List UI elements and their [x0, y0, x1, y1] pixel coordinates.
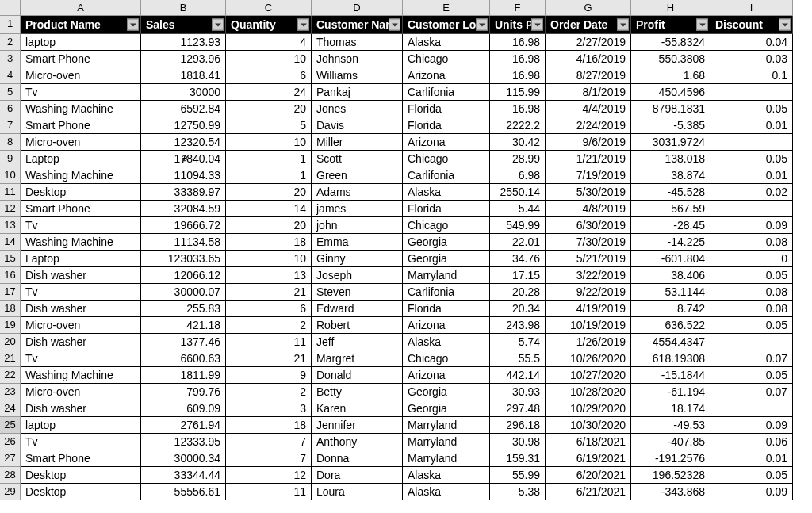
- cell-E17[interactable]: Carlifonia: [403, 284, 490, 301]
- cell-A19[interactable]: Micro-oven: [21, 317, 141, 334]
- cell-H11[interactable]: -45.528: [631, 184, 710, 201]
- cell-D11[interactable]: Adams: [312, 184, 403, 201]
- cell-D27[interactable]: Donna: [312, 450, 403, 467]
- cell-G25[interactable]: 10/30/2020: [546, 417, 631, 434]
- cell-A16[interactable]: Dish washer: [21, 267, 141, 284]
- row-head-23[interactable]: 23: [0, 384, 21, 400]
- cell-H24[interactable]: 18.174: [631, 400, 710, 417]
- col-head-C[interactable]: C: [226, 0, 312, 16]
- header-D[interactable]: Customer Nan: [312, 16, 403, 34]
- cell-C13[interactable]: 20: [226, 217, 312, 234]
- cell-D28[interactable]: Dora: [312, 467, 403, 484]
- cell-E8[interactable]: Arizona: [403, 134, 490, 151]
- filter-dropdown-icon[interactable]: [531, 19, 543, 31]
- cell-B3[interactable]: 1293.96: [141, 51, 226, 67]
- cell-F12[interactable]: 5.44: [490, 201, 546, 217]
- cell-G16[interactable]: 3/22/2019: [546, 267, 631, 284]
- cell-H15[interactable]: -601.804: [631, 251, 710, 267]
- cell-G14[interactable]: 7/30/2019: [546, 234, 631, 251]
- cell-H6[interactable]: 8798.1831: [631, 101, 710, 117]
- cell-F25[interactable]: 296.18: [490, 417, 546, 434]
- cell-E12[interactable]: Florida: [403, 201, 490, 217]
- cell-H28[interactable]: 196.52328: [631, 467, 710, 484]
- row-head-18[interactable]: 18: [0, 301, 21, 317]
- cell-D16[interactable]: Joseph: [312, 267, 403, 284]
- cell-I9[interactable]: 0.05: [710, 151, 793, 167]
- col-head-D[interactable]: D: [312, 0, 403, 16]
- filter-dropdown-icon[interactable]: [127, 19, 139, 31]
- cell-E3[interactable]: Chicago: [403, 51, 490, 67]
- cell-H8[interactable]: 3031.9724: [631, 134, 710, 151]
- cell-A9[interactable]: Laptop: [21, 151, 141, 167]
- cell-A13[interactable]: Tv: [21, 217, 141, 234]
- header-F[interactable]: Units P: [490, 16, 546, 34]
- row-head-11[interactable]: 11: [0, 184, 21, 201]
- cell-F4[interactable]: 16.98: [490, 67, 546, 84]
- cell-G20[interactable]: 1/26/2019: [546, 334, 631, 350]
- cell-B15[interactable]: 123033.65: [141, 251, 226, 267]
- cell-C22[interactable]: 9: [226, 367, 312, 384]
- cell-B26[interactable]: 12333.95: [141, 434, 226, 450]
- cell-A7[interactable]: Smart Phone: [21, 117, 141, 134]
- cell-E28[interactable]: Alaska: [403, 467, 490, 484]
- cell-F11[interactable]: 2550.14: [490, 184, 546, 201]
- cell-C29[interactable]: 11: [226, 484, 312, 500]
- cell-D5[interactable]: Pankaj: [312, 84, 403, 101]
- filter-dropdown-icon[interactable]: [212, 19, 224, 31]
- cell-I6[interactable]: 0.05: [710, 101, 793, 117]
- cell-F26[interactable]: 30.98: [490, 434, 546, 450]
- cell-B23[interactable]: 799.76: [141, 384, 226, 400]
- cell-I10[interactable]: 0.01: [710, 167, 793, 184]
- cell-C14[interactable]: 18: [226, 234, 312, 251]
- cell-E20[interactable]: Alaska: [403, 334, 490, 350]
- cell-A27[interactable]: Smart Phone: [21, 450, 141, 467]
- cell-F28[interactable]: 55.99: [490, 467, 546, 484]
- cell-F9[interactable]: 28.99: [490, 151, 546, 167]
- cell-I28[interactable]: 0.05: [710, 467, 793, 484]
- cell-C4[interactable]: 6: [226, 67, 312, 84]
- header-E[interactable]: Customer Loc: [403, 16, 490, 34]
- cell-H13[interactable]: -28.45: [631, 217, 710, 234]
- cell-B24[interactable]: 609.09: [141, 400, 226, 417]
- cell-G19[interactable]: 10/19/2019: [546, 317, 631, 334]
- cell-A23[interactable]: Micro-oven: [21, 384, 141, 400]
- filter-dropdown-icon[interactable]: [779, 19, 791, 31]
- cell-I21[interactable]: 0.07: [710, 350, 793, 367]
- header-B[interactable]: Sales: [141, 16, 226, 34]
- cell-D10[interactable]: Green: [312, 167, 403, 184]
- col-head-I[interactable]: I: [710, 0, 793, 16]
- cell-E14[interactable]: Georgia: [403, 234, 490, 251]
- cell-F7[interactable]: 2222.2: [490, 117, 546, 134]
- cell-G15[interactable]: 5/21/2019: [546, 251, 631, 267]
- cell-C26[interactable]: 7: [226, 434, 312, 450]
- cell-A24[interactable]: Dish washer: [21, 400, 141, 417]
- cell-B5[interactable]: 30000: [141, 84, 226, 101]
- row-head-2[interactable]: 2: [0, 34, 21, 51]
- row-head-25[interactable]: 25: [0, 417, 21, 434]
- cell-H4[interactable]: 1.68: [631, 67, 710, 84]
- cell-G29[interactable]: 6/21/2021: [546, 484, 631, 500]
- cell-D24[interactable]: Karen: [312, 400, 403, 417]
- row-head-12[interactable]: 12: [0, 201, 21, 217]
- cell-I4[interactable]: 0.1: [710, 67, 793, 84]
- cell-G24[interactable]: 10/29/2020: [546, 400, 631, 417]
- cell-B12[interactable]: 32084.59: [141, 201, 226, 217]
- cell-G7[interactable]: 2/24/2019: [546, 117, 631, 134]
- cell-G6[interactable]: 4/4/2019: [546, 101, 631, 117]
- cell-A2[interactable]: laptop: [21, 34, 141, 51]
- cell-A17[interactable]: Tv: [21, 284, 141, 301]
- cell-I5[interactable]: [710, 84, 793, 101]
- cell-G22[interactable]: 10/27/2020: [546, 367, 631, 384]
- cell-A6[interactable]: Washing Machine: [21, 101, 141, 117]
- cell-B18[interactable]: 255.83: [141, 301, 226, 317]
- cell-E9[interactable]: Chicago: [403, 151, 490, 167]
- cell-H5[interactable]: 450.4596: [631, 84, 710, 101]
- cell-G5[interactable]: 8/1/2019: [546, 84, 631, 101]
- cell-F6[interactable]: 16.98: [490, 101, 546, 117]
- cell-C18[interactable]: 6: [226, 301, 312, 317]
- cell-E25[interactable]: Marryland: [403, 417, 490, 434]
- cell-F24[interactable]: 297.48: [490, 400, 546, 417]
- cell-D17[interactable]: Steven: [312, 284, 403, 301]
- cell-E18[interactable]: Florida: [403, 301, 490, 317]
- cell-D6[interactable]: Jones: [312, 101, 403, 117]
